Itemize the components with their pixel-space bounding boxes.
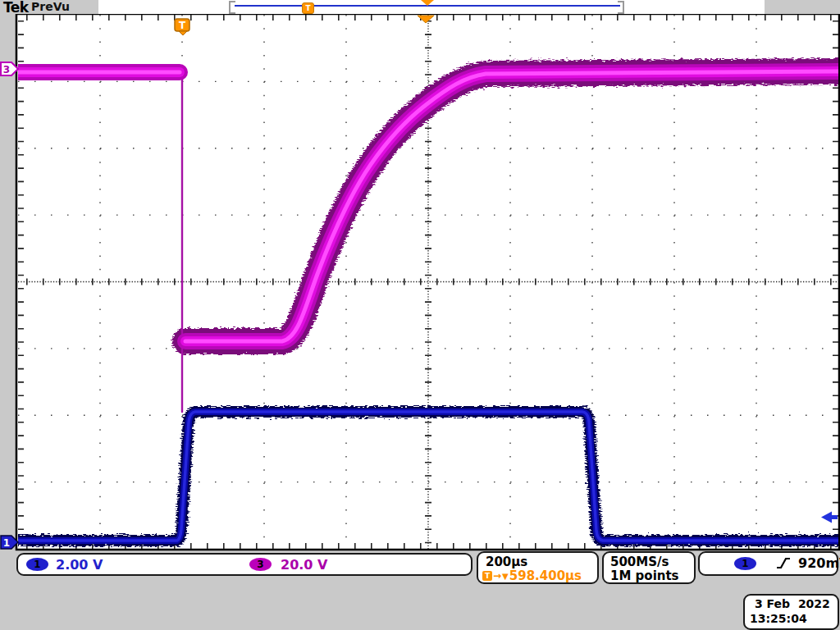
ch1-badge[interactable]: 1 bbox=[26, 558, 48, 571]
record-view-bar[interactable]: T bbox=[98, 0, 765, 14]
record-trigger-marker-icon[interactable]: T bbox=[302, 2, 314, 14]
record-length-readout: 1M points bbox=[610, 568, 679, 583]
svg-text:1: 1 bbox=[3, 537, 10, 549]
ch1-scale-readout: 2.00 V bbox=[56, 557, 103, 573]
sample-rate-readout: 500MS/s bbox=[610, 555, 669, 569]
channel-scale-readout-box[interactable]: 1 2.00 V 3 20.0 V bbox=[16, 553, 472, 576]
trigger-level-readout: 920mV bbox=[798, 555, 840, 571]
timebase-readout-box[interactable]: 200µs T → ▼ 598.400µs bbox=[477, 551, 599, 584]
delay-value: 598.400µs bbox=[509, 568, 582, 583]
delay-arrow-icon: → bbox=[493, 570, 501, 582]
record-window-end-bracket-icon bbox=[618, 1, 624, 14]
ch3-badge[interactable]: 3 bbox=[249, 558, 272, 571]
time-readout: 13:25:04 bbox=[750, 612, 807, 625]
acquisition-status: PreVu bbox=[31, 0, 70, 13]
delay-trigger-marker-icon: T bbox=[482, 571, 492, 581]
date-time-box: 3 Feb 2022 13:25:04 bbox=[743, 594, 839, 630]
trigger-source-badge[interactable]: 1 bbox=[734, 557, 756, 570]
timebase-scale-readout: 200µs bbox=[486, 555, 527, 569]
rising-edge-icon bbox=[776, 557, 791, 569]
date-readout: 3 Feb 2022 bbox=[755, 597, 830, 610]
svg-text:3: 3 bbox=[3, 64, 10, 75]
brand-logo: Tek bbox=[3, 0, 29, 16]
record-expansion-point-icon bbox=[421, 0, 434, 6]
ch3-scale-readout: 20.0 V bbox=[281, 557, 327, 573]
trigger-delay-readout: T → ▼ 598.400µs bbox=[482, 568, 582, 583]
oscilloscope-screen: { "header": { "brand": "Tek", "acq_statu… bbox=[0, 0, 840, 630]
svg-text:T: T bbox=[179, 20, 186, 31]
delay-reference-icon: ▼ bbox=[502, 572, 509, 581]
trigger-readout-box[interactable]: 1 920mV bbox=[698, 551, 838, 576]
record-window-start-bracket-icon bbox=[229, 1, 235, 14]
top-bar: Tek PreVu T bbox=[0, 0, 840, 14]
acquisition-readout-box[interactable]: 500MS/s 1M points bbox=[602, 551, 696, 584]
graticule-and-waveforms: T 3 1 bbox=[0, 0, 840, 630]
